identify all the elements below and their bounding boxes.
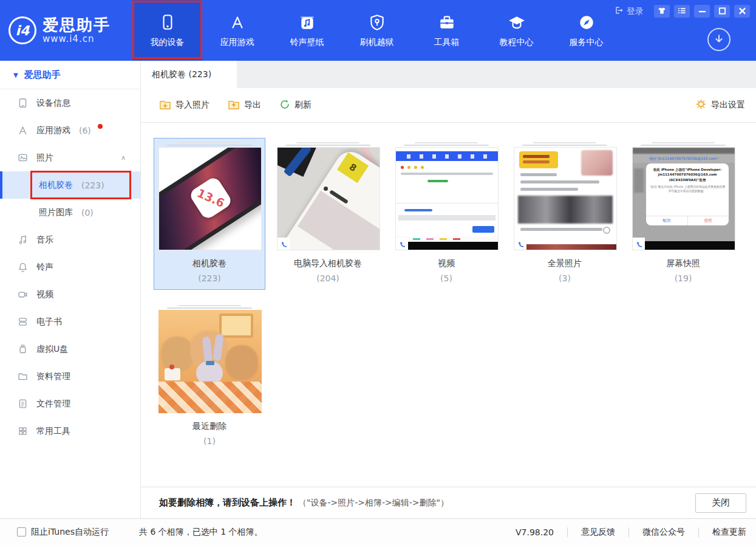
import-photos-button[interactable]: 导入照片 — [159, 99, 209, 112]
minimize-button[interactable] — [694, 5, 710, 18]
export-settings-label: 导出设置 — [711, 100, 745, 111]
grid-icon — [17, 426, 28, 436]
notice-bar: 如要删除相簿，请到设备上操作！ （"设备->照片->相簿->编辑->删除"） 关… — [141, 487, 756, 518]
album-card-camera-roll[interactable]: 13.6 相机胶卷 (223) — [154, 138, 265, 290]
appstore-icon — [17, 125, 28, 135]
nav-toolbox[interactable]: 工具箱 — [412, 0, 482, 61]
sidebar-item-virtual-usb[interactable]: 虚拟U盘 — [0, 335, 140, 363]
notice-close-button[interactable]: 关闭 — [695, 493, 746, 513]
sidebar-item-label: 照片图库 — [39, 207, 73, 218]
album-card-pc-imported[interactable]: 8 电脑导入相机胶卷 (204) — [272, 138, 384, 290]
nav-ringtones-wallpaper[interactable]: 铃声壁纸 — [272, 0, 342, 61]
menu-list-button[interactable] — [674, 5, 690, 18]
sidebar-item-label: 资料管理 — [36, 371, 70, 382]
sidebar-item-ringtones[interactable]: 铃声 — [0, 253, 140, 281]
compass-icon — [577, 13, 596, 32]
album-thumbnail — [514, 147, 617, 250]
sidebar-item-photos[interactable]: 照片 ∧ — [0, 144, 140, 171]
sidebar-item-device-info[interactable]: 设备信息 — [0, 89, 140, 117]
wechat-link[interactable]: 微信公众号 — [642, 527, 685, 538]
sidebar-item-label: 文件管理 — [36, 399, 70, 410]
export-label: 导出 — [244, 100, 261, 111]
music-box-icon — [298, 13, 316, 32]
album-card-videos[interactable]: 视频 (5) — [390, 138, 502, 290]
export-button[interactable]: 导出 — [228, 99, 261, 112]
document-icon — [17, 399, 28, 409]
list-icon — [678, 7, 686, 16]
album-name: 电脑导入相机胶卷 — [277, 258, 379, 269]
window-titlebar: 登录 — [614, 5, 750, 18]
version-label: V7.98.20 — [516, 527, 554, 537]
stack-effect — [277, 142, 379, 146]
shared-album-badge — [396, 238, 408, 250]
album-card-recently-deleted[interactable]: 最近删除 (1) — [154, 301, 265, 453]
album-count: (1) — [158, 436, 261, 446]
sidebar-item-apps-games[interactable]: 应用游戏 (6) — [0, 117, 140, 144]
album-thumbnail: 8 — [277, 147, 380, 250]
folder-icon — [17, 371, 28, 382]
sidebar-item-label: 常用工具 — [36, 426, 70, 437]
album-name: 最近删除 — [158, 421, 261, 432]
nav-label: 刷机越狱 — [360, 37, 394, 48]
sidebar-item-data-management[interactable]: 资料管理 — [0, 363, 140, 390]
nav-apps-games[interactable]: 应用游戏 — [202, 0, 272, 61]
login-button[interactable]: 登录 — [614, 5, 644, 17]
sidebar-device-header[interactable]: ▼ 爱思助手 — [0, 61, 140, 89]
ios-version-badge: 13.6 — [195, 186, 226, 210]
maximize-icon — [718, 7, 726, 16]
main-nav: 我的设备 应用游戏 铃声壁纸 刷机越狱 工具箱 — [132, 0, 621, 61]
export-folder-icon — [228, 99, 240, 112]
refresh-icon — [279, 99, 290, 112]
nav-label: 服务中心 — [570, 37, 604, 48]
sidebar-item-label: 电子书 — [36, 317, 62, 327]
block-itunes-label: 阻止iTunes自动运行 — [31, 527, 109, 538]
sidebar-item-label: 虚拟U盘 — [36, 344, 68, 355]
album-count: (223) — [158, 273, 261, 283]
tab-strip: 相机胶卷 (223) — [141, 61, 756, 88]
stack-effect — [395, 142, 497, 146]
device-info-icon — [17, 98, 28, 108]
sidebar-item-music[interactable]: 音乐 — [0, 226, 140, 253]
photos-icon — [17, 153, 28, 163]
sidebar-item-count: (0) — [81, 208, 94, 218]
sidebar-item-photo-library[interactable]: 照片图库 (0) — [0, 199, 140, 226]
nav-flash-jailbreak[interactable]: 刷机越狱 — [342, 0, 412, 61]
sidebar-item-file-management[interactable]: 文件管理 — [0, 390, 140, 417]
download-circle-button[interactable] — [707, 28, 730, 51]
maximize-button[interactable] — [714, 5, 730, 18]
nav-label: 应用游戏 — [220, 37, 254, 48]
phone-icon — [158, 13, 177, 32]
nav-label: 我的设备 — [151, 37, 185, 48]
stack-effect — [158, 305, 261, 309]
block-itunes-checkbox[interactable] — [17, 527, 26, 536]
minimize-icon — [698, 7, 706, 16]
album-card-panorama[interactable]: 全景照片 (3) — [509, 138, 621, 290]
close-button[interactable] — [734, 5, 750, 18]
sidebar-item-ebooks[interactable]: 电子书 — [0, 308, 140, 335]
divider — [567, 527, 568, 537]
album-thumbnail: 13.6 — [158, 147, 262, 250]
shared-album-badge — [278, 238, 290, 250]
theme-skin-button[interactable] — [654, 5, 670, 18]
nav-tutorial-center[interactable]: 教程中心 — [482, 0, 551, 61]
sidebar-item-videos[interactable]: 视频 — [0, 281, 140, 308]
album-card-screenshots[interactable]: 信任"jin111447007076036@163.com" 在此 iPhone… — [627, 138, 739, 290]
trust-link-text: 信任"jin111447007076036@163.com" — [633, 154, 735, 163]
feedback-link[interactable]: 意见反馈 — [581, 527, 615, 538]
export-settings-button[interactable]: 导出设置 — [695, 98, 745, 112]
sidebar-item-common-tools[interactable]: 常用工具 — [0, 417, 140, 445]
nav-label: 铃声壁纸 — [290, 37, 324, 48]
close-icon — [738, 7, 746, 16]
music-note-icon — [17, 235, 28, 245]
sidebar-item-label: 照片 — [36, 153, 53, 163]
refresh-button[interactable]: 刷新 — [279, 99, 312, 112]
download-arrow-icon — [713, 33, 725, 47]
nav-label: 教程中心 — [500, 37, 534, 48]
sidebar-item-camera-roll[interactable]: 相机胶卷 (223) — [0, 171, 140, 199]
album-count: (19) — [632, 273, 734, 283]
check-update-link[interactable]: 检查更新 — [712, 527, 746, 538]
app-logo: i4 爱思助手 www.i4.cn — [0, 0, 132, 61]
nav-service-center[interactable]: 服务中心 — [551, 0, 621, 61]
nav-my-device[interactable]: 我的设备 — [132, 0, 202, 61]
tab-camera-roll[interactable]: 相机胶卷 (223) — [141, 61, 237, 88]
